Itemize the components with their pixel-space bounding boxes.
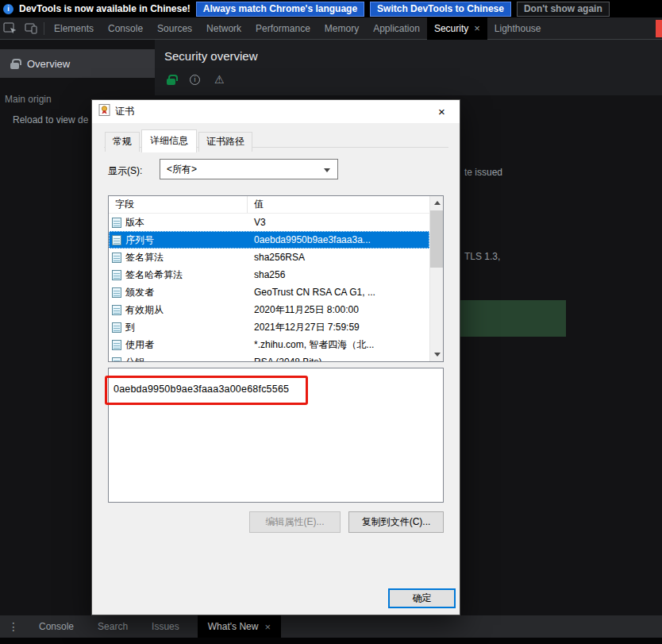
dialog-tab-cert-path[interactable]: 证书路径 <box>198 132 252 152</box>
field-value: RSA (2048 Bits) <box>248 357 429 361</box>
field-value: sha256 <box>248 269 429 280</box>
switch-to-chinese-button[interactable]: Switch DevTools to Chinese <box>370 2 511 17</box>
security-panel-header <box>155 40 662 95</box>
field-value: V3 <box>248 217 429 228</box>
field-value: 2020年11月25日 8:00:00 <box>248 303 429 317</box>
tab-console[interactable]: Console <box>101 17 150 40</box>
drawer-tab-label: What's New <box>208 621 259 632</box>
table-row[interactable]: 有效期从 2020年11月25日 8:00:00 <box>109 301 429 318</box>
scroll-up-button[interactable] <box>430 196 444 210</box>
table-row-selected[interactable]: 序列号 0aebda9950b9ae3faaa3a... <box>109 231 429 249</box>
field-value: 2021年12月27日 7:59:59 <box>248 321 429 334</box>
drawer-item-search[interactable]: Search <box>86 621 140 632</box>
footer-strip <box>0 638 662 644</box>
scrollbar-thumb[interactable] <box>430 210 444 268</box>
annotation-highlight <box>105 376 308 405</box>
info-icon: i <box>3 4 13 14</box>
tab-sources[interactable]: Sources <box>150 17 199 40</box>
scroll-down-button[interactable] <box>430 348 444 361</box>
chevron-down-icon <box>324 168 330 172</box>
dialog-tab-details[interactable]: 详细信息 <box>141 129 197 152</box>
devtools-tabbar: Elements Console Sources Network Perform… <box>0 17 662 40</box>
column-header-field[interactable]: 字段 <box>109 196 248 213</box>
tab-network[interactable]: Network <box>199 17 248 40</box>
tab-application[interactable]: Application <box>366 17 427 40</box>
close-icon[interactable]: × <box>474 23 480 33</box>
table-row[interactable]: 使用者 *.zhihu.com, 智者四海（北... <box>109 336 429 353</box>
field-filter-select[interactable]: <所有> <box>160 159 338 179</box>
more-options-icon[interactable]: ⋮ <box>0 620 27 633</box>
scrollbar[interactable] <box>429 196 443 361</box>
certificate-icon <box>98 104 110 119</box>
tab-lighthouse[interactable]: Lighthouse <box>487 17 548 40</box>
field-icon <box>112 322 121 333</box>
tab-security-label: Security <box>434 17 468 40</box>
ok-button[interactable]: 确定 <box>388 588 456 608</box>
table-row[interactable]: 到 2021年12月27日 7:59:59 <box>109 318 429 336</box>
divider <box>44 22 44 35</box>
drawer-item-console[interactable]: Console <box>27 621 86 632</box>
background-text-fragment: TLS 1.3, <box>464 251 500 262</box>
table-row[interactable]: 签名哈希算法 sha256 <box>109 266 429 283</box>
field-name: 签名哈希算法 <box>125 268 183 282</box>
field-name: 使用者 <box>125 338 154 352</box>
dialog-close-button[interactable]: × <box>424 100 460 123</box>
edit-properties-button[interactable]: 编辑属性(E)... <box>249 511 341 533</box>
close-icon[interactable]: × <box>264 622 271 632</box>
field-icon <box>112 235 121 245</box>
field-icon <box>112 253 121 263</box>
tab-memory[interactable]: Memory <box>318 17 366 40</box>
field-icon <box>112 340 121 350</box>
field-value: *.zhihu.com, 智者四海（北... <box>248 338 429 352</box>
security-status-icons: i ⚠ <box>167 74 225 85</box>
field-name: 序列号 <box>125 233 154 247</box>
field-icon <box>112 287 121 298</box>
device-toolbar-icon[interactable] <box>21 17 41 40</box>
field-icon <box>112 270 121 280</box>
certificate-dialog: 证书 × 常规 详细信息 证书路径 显示(S): <所有> 字段 值 版本 V3 <box>91 99 460 615</box>
table-header: 字段 值 <box>109 196 443 214</box>
dialog-tabs: 常规 详细信息 证书路径 <box>105 129 254 152</box>
dialog-tab-general[interactable]: 常规 <box>105 132 140 152</box>
match-language-button[interactable]: Always match Chrome's language <box>196 2 364 17</box>
lock-icon <box>10 63 19 69</box>
table-row[interactable]: 公钥 RSA (2048 Bits) <box>109 353 429 361</box>
copy-to-file-button[interactable]: 复制到文件(C)... <box>348 511 444 533</box>
column-header-value[interactable]: 值 <box>248 196 443 213</box>
dialog-title-bar: 证书 × <box>92 100 460 123</box>
table-row[interactable]: 颁发者 GeoTrust CN RSA CA G1, ... <box>109 283 429 301</box>
tab-elements[interactable]: Elements <box>47 17 101 40</box>
inspect-icon[interactable] <box>0 17 21 40</box>
info-circle-icon: i <box>190 75 200 85</box>
show-label: 显示(S): <box>108 164 142 178</box>
security-overview-title: Security overview <box>164 49 258 63</box>
sidebar-item-overview[interactable]: Overview <box>0 49 155 78</box>
drawer-item-issues[interactable]: Issues <box>140 621 191 632</box>
record-indicator <box>656 20 662 37</box>
field-name: 版本 <box>125 216 144 229</box>
tab-security[interactable]: Security × <box>427 17 487 40</box>
table-row[interactable]: 签名算法 sha256RSA <box>109 249 429 266</box>
background-text-fragment: te issued <box>464 167 502 178</box>
warning-icon: ⚠ <box>214 74 225 85</box>
infobar-message: DevTools is now available in Chinese! <box>19 3 191 14</box>
sidebar-item-label: Overview <box>27 58 70 70</box>
tab-performance[interactable]: Performance <box>248 17 318 40</box>
field-name: 签名算法 <box>125 251 164 264</box>
secure-lock-icon <box>167 79 175 85</box>
field-name: 颁发者 <box>125 286 154 299</box>
field-value: 0aebda9950b9ae3faaa3a... <box>248 234 429 245</box>
drawer-bar: ⋮ Console Search Issues What's New × <box>0 615 662 638</box>
field-name: 公钥 <box>125 356 144 362</box>
drawer-tab-whats-new[interactable]: What's New × <box>198 615 281 638</box>
reload-hint: Reload to view de <box>13 114 88 125</box>
table-row[interactable]: 版本 V3 <box>109 214 429 231</box>
dialog-title: 证书 <box>115 105 134 118</box>
fields-table: 字段 值 版本 V3 序列号 0aebda9950b9ae3faaa3a... … <box>108 195 444 362</box>
field-name: 有效期从 <box>125 303 164 317</box>
infobar: i DevTools is now available in Chinese! … <box>0 0 662 17</box>
field-icon <box>112 357 121 362</box>
table-body: 版本 V3 序列号 0aebda9950b9ae3faaa3a... 签名算法 … <box>109 214 429 361</box>
field-value: GeoTrust CN RSA CA G1, ... <box>248 287 429 298</box>
dont-show-again-button[interactable]: Don't show again <box>517 2 610 17</box>
